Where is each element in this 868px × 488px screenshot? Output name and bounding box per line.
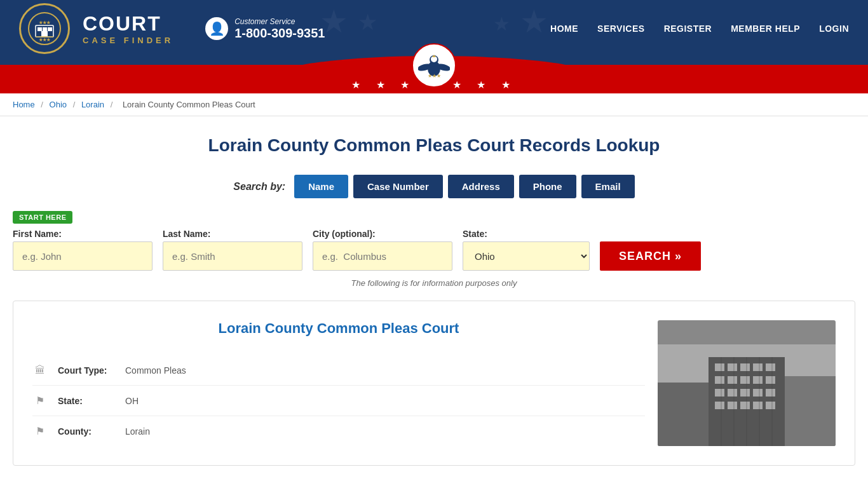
svg-text:★★★: ★★★ [39,20,51,25]
svg-rect-19 [715,363,724,371]
search-tabs-row: Search by: Name Case Number Address Phon… [13,175,855,198]
nav-login[interactable]: LOGIN [819,24,849,34]
cs-phone[interactable]: 1-800-309-9351 [234,26,325,41]
state-select[interactable]: AlabamaAlaskaArizonaArkansasCaliforniaCo… [463,241,590,271]
last-name-group: Last Name: [163,229,302,271]
page-title: Lorain County Common Pleas Court Records… [13,135,855,156]
logo-text: COURT CASE FINDER [83,12,173,45]
svg-rect-3 [37,27,42,31]
cs-text-block: Customer Service 1-800-309-9351 [234,17,325,41]
info-note: The following is for information purpose… [13,278,855,288]
breadcrumb-sep2: / [73,100,78,109]
nav-register[interactable]: REGISTER [664,24,712,34]
state-group: State: AlabamaAlaskaArizonaArkansasCalif… [463,229,590,271]
city-group: City (optional): [313,229,452,271]
nav-member-help[interactable]: MEMBER HELP [731,24,800,34]
court-info-card: Lorain County Common Pleas Court 🏛 Court… [13,301,855,466]
court-type-label: Court Type: [58,365,115,376]
breadcrumb-sep1: / [41,100,45,109]
svg-rect-44 [658,383,709,446]
court-card-title: Lorain County Common Pleas Court [32,320,645,337]
court-card-left: Lorain County Common Pleas Court 🏛 Court… [32,320,645,446]
svg-rect-30 [728,389,737,396]
svg-rect-5 [48,27,52,31]
svg-rect-28 [766,376,775,384]
tab-email[interactable]: Email [581,175,635,198]
court-county-label: County: [58,426,115,437]
last-name-input[interactable] [163,241,302,271]
logo-icon: ★★★ ★★★ [27,11,62,46]
first-name-group: First Name: [13,229,153,271]
first-name-label: First Name: [13,229,153,239]
svg-rect-45 [785,376,836,446]
breadcrumb: Home / Ohio / Lorain / Lorain County Com… [0,93,868,116]
breadcrumb-sep3: / [111,100,115,109]
search-button[interactable]: SEARCH » [600,241,701,271]
svg-rect-29 [715,389,724,396]
svg-rect-24 [715,376,724,384]
court-county-row: ⚑ County: Lorain [32,416,645,446]
court-type-row: 🏛 Court Type: Common Pleas [32,356,645,386]
eagle-emblem: ★★★ [412,43,456,88]
svg-rect-35 [728,402,737,409]
main-nav: HOME SERVICES REGISTER MEMBER HELP LOGIN [550,24,849,34]
search-form-row: First Name: Last Name: City (optional): … [13,229,855,271]
tab-address[interactable]: Address [448,175,514,198]
svg-rect-32 [753,389,763,396]
svg-rect-21 [740,363,750,371]
last-name-label: Last Name: [163,229,302,239]
svg-text:★★★: ★★★ [428,73,441,79]
building-svg [658,344,836,446]
court-state-row: ⚑ State: OH [32,386,645,416]
customer-service-area: 👤 Customer Service 1-800-309-9351 [205,17,325,41]
main-content: Lorain County Common Pleas Court Records… [0,116,868,485]
court-state-label: State: [58,396,115,406]
breadcrumb-home[interactable]: Home [13,100,35,109]
nav-services[interactable]: SERVICES [597,24,645,34]
svg-text:★★★: ★★★ [39,37,51,42]
svg-rect-36 [740,402,750,409]
logo-finder-text: CASE FINDER [83,36,173,45]
eagle-icon: ★★★ [418,50,450,81]
svg-rect-4 [43,27,47,31]
search-form-area: START HERE First Name: Last Name: City (… [13,211,855,271]
breadcrumb-current: Lorain County Common Pleas Court [123,100,255,109]
city-label: City (optional): [313,229,452,239]
tab-name[interactable]: Name [294,175,348,198]
court-type-value: Common Pleas [125,365,186,376]
svg-rect-20 [728,363,737,371]
search-by-label: Search by: [233,181,285,193]
svg-rect-22 [753,363,763,371]
breadcrumb-ohio[interactable]: Ohio [50,100,67,109]
svg-rect-23 [766,363,775,371]
svg-rect-34 [715,402,724,409]
wave-transition: ★★★ [0,57,868,76]
first-name-input[interactable] [13,241,153,271]
court-county-icon: ⚑ [32,425,48,437]
court-building-image [658,320,836,446]
svg-rect-27 [753,376,763,384]
city-input[interactable] [313,241,452,271]
tab-phone[interactable]: Phone [519,175,576,198]
svg-rect-33 [766,389,775,396]
breadcrumb-lorain[interactable]: Lorain [81,100,104,109]
svg-rect-26 [740,376,750,384]
logo-court-text: COURT [83,12,173,36]
state-label: State: [463,229,590,239]
start-here-badge: START HERE [13,211,72,224]
cs-label: Customer Service [234,17,325,26]
tab-case-number[interactable]: Case Number [353,175,443,198]
nav-home[interactable]: HOME [550,24,578,34]
svg-rect-6 [41,31,48,37]
court-type-icon: 🏛 [32,365,48,376]
logo-badge[interactable]: ★★★ ★★★ [19,3,70,54]
svg-rect-38 [766,402,775,409]
court-county-value: Lorain [125,426,150,437]
header-logo-area: ★★★ ★★★ COURT CASE FINDER 👤 Customer Ser… [19,3,325,54]
court-state-value: OH [125,396,139,406]
svg-rect-31 [740,389,750,396]
headset-icon: 👤 [205,17,228,40]
court-state-icon: ⚑ [32,395,48,407]
svg-rect-25 [728,376,737,384]
svg-rect-37 [753,402,763,409]
